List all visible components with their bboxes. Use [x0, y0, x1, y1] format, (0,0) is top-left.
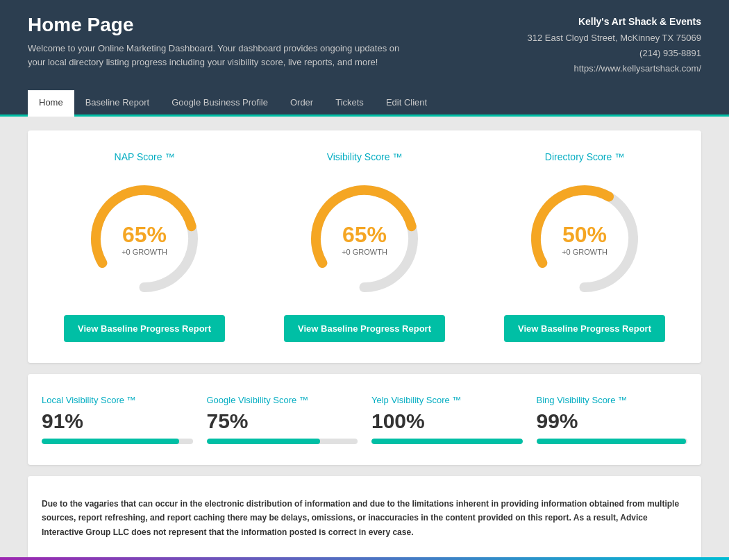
nap-score-container: 65% +0 GROWTH	[82, 176, 207, 301]
company-website: https://www.kellysartshack.com/	[527, 61, 701, 76]
local-visibility-item: Local Visibility Score ™ 91%	[42, 395, 193, 444]
directory-score-growth: +0 GROWTH	[562, 248, 608, 256]
nap-score-growth: +0 GROWTH	[122, 248, 167, 256]
bottom-bar	[0, 557, 729, 560]
gauges-card: NAP Score ™ 65% +0 GROWTH View Baseline …	[28, 130, 701, 363]
yelp-visibility-percent: 100%	[371, 409, 523, 433]
disclaimer-text: Due to the vagaries that can occur in th…	[42, 497, 687, 539]
tab-home[interactable]: Home	[28, 90, 74, 117]
google-visibility-item: Google Visibility Score ™ 75%	[207, 395, 358, 444]
tab-edit-client[interactable]: Edit Client	[375, 90, 438, 117]
google-visibility-bar-fill	[207, 439, 320, 444]
bing-visibility-bar-container	[537, 439, 688, 444]
company-address: 312 East Cloyd Street, McKinney TX 75069	[527, 31, 701, 46]
tab-order[interactable]: Order	[279, 90, 324, 117]
visibility-score-gauge: Visibility Score ™ 65% +0 GROWTH View Ba…	[262, 151, 467, 342]
page-subtitle: Welcome to your Online Marketing Dashboa…	[28, 42, 417, 69]
directory-score-center: 50% +0 GROWTH	[562, 222, 608, 256]
google-visibility-bar-container	[207, 439, 358, 444]
local-visibility-bar-fill	[42, 439, 179, 444]
directory-score-report-button[interactable]: View Baseline Progress Report	[504, 315, 665, 342]
visibility-score-percent: 65%	[342, 222, 387, 248]
bing-visibility-label: Bing Visibility Score ™	[537, 395, 688, 405]
yelp-visibility-label: Yelp Visibility Score ™	[371, 395, 523, 405]
tab-tickets[interactable]: Tickets	[324, 90, 375, 117]
nap-score-gauge: NAP Score ™ 65% +0 GROWTH View Baseline …	[42, 151, 247, 342]
nap-score-report-button[interactable]: View Baseline Progress Report	[64, 315, 225, 342]
visibility-score-container: 65% +0 GROWTH	[302, 176, 427, 301]
visibility-scores-row: Local Visibility Score ™ 91% Google Visi…	[42, 395, 687, 444]
gauges-row: NAP Score ™ 65% +0 GROWTH View Baseline …	[42, 151, 687, 342]
directory-score-title: Directory Score ™	[545, 151, 624, 162]
page-title: Home Page	[28, 14, 417, 36]
nap-score-center: 65% +0 GROWTH	[122, 222, 167, 256]
visibility-score-report-button[interactable]: View Baseline Progress Report	[284, 315, 445, 342]
visibility-score-center: 65% +0 GROWTH	[342, 222, 387, 256]
directory-score-container: 50% +0 GROWTH	[522, 176, 647, 301]
visibility-score-growth: +0 GROWTH	[342, 248, 387, 256]
local-visibility-bar-container	[42, 439, 193, 444]
tab-baseline-report[interactable]: Baseline Report	[74, 90, 161, 117]
bing-visibility-bar-fill	[537, 439, 686, 444]
bing-visibility-percent: 99%	[537, 409, 688, 433]
company-phone: (214) 935-8891	[527, 46, 701, 61]
disclaimer-card: Due to the vagaries that can occur in th…	[28, 476, 701, 560]
local-visibility-label: Local Visibility Score ™	[42, 395, 193, 405]
header-right: Kelly's Art Shack & Events 312 East Cloy…	[527, 14, 701, 76]
main-content: NAP Score ™ 65% +0 GROWTH View Baseline …	[0, 117, 729, 560]
tab-google-business-profile[interactable]: Google Business Profile	[160, 90, 279, 117]
local-visibility-percent: 91%	[42, 409, 193, 433]
google-visibility-label: Google Visibility Score ™	[207, 395, 358, 405]
visibility-scores-card: Local Visibility Score ™ 91% Google Visi…	[28, 374, 701, 465]
nap-score-percent: 65%	[122, 222, 167, 248]
nav: Home Baseline Report Google Business Pro…	[0, 90, 729, 117]
header: Home Page Welcome to your Online Marketi…	[0, 0, 729, 90]
yelp-visibility-bar-container	[371, 439, 523, 444]
directory-score-gauge: Directory Score ™ 50% +0 GROWTH View Bas…	[482, 151, 687, 342]
header-left: Home Page Welcome to your Online Marketi…	[28, 14, 417, 69]
yelp-visibility-bar-fill	[371, 439, 523, 444]
yelp-visibility-item: Yelp Visibility Score ™ 100%	[371, 395, 523, 444]
company-name: Kelly's Art Shack & Events	[527, 14, 701, 31]
google-visibility-percent: 75%	[207, 409, 358, 433]
bing-visibility-item: Bing Visibility Score ™ 99%	[537, 395, 688, 444]
directory-score-percent: 50%	[562, 222, 608, 248]
